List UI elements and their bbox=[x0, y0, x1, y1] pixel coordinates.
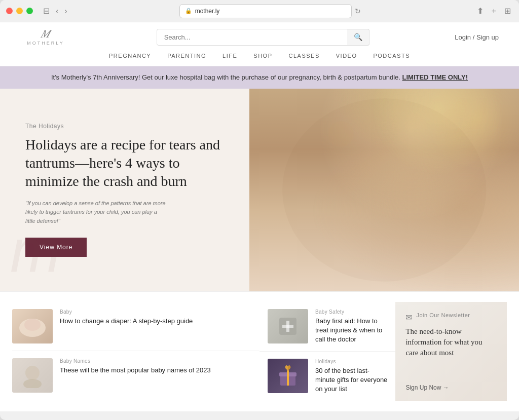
article-thumb-first-aid bbox=[268, 309, 308, 343]
svg-point-2 bbox=[442, 108, 463, 129]
tab-overview-button[interactable]: ⊞ bbox=[502, 5, 513, 17]
article-title-baby-names: These will be the most popular baby name… bbox=[60, 366, 211, 375]
address-bar-area: 🔒 mother.ly ↻ bbox=[73, 4, 467, 18]
nav-item-pregnancy[interactable]: PREGNANCY bbox=[109, 53, 151, 59]
promo-text: It's Motherly's 7th Anniversary! Get our… bbox=[51, 73, 400, 81]
search-button[interactable]: 🔍 bbox=[347, 29, 369, 46]
hero-photo-placeholder bbox=[249, 89, 519, 291]
article-item-diaper[interactable]: Baby How to change a diaper: A step-by-s… bbox=[12, 302, 260, 351]
svg-point-6 bbox=[25, 366, 40, 380]
hero-image bbox=[249, 89, 519, 291]
main-nav: PREGNANCY PARENTING LIFE SHOP CLASSES VI… bbox=[20, 51, 499, 60]
logo-text: MOTHERLY bbox=[27, 41, 64, 46]
newsletter-title: The need-to-know information for what yo… bbox=[405, 326, 497, 358]
lock-icon: 🔒 bbox=[185, 8, 192, 14]
article-thumb-gifts bbox=[268, 359, 308, 393]
nav-item-life[interactable]: LIFE bbox=[223, 53, 237, 59]
hero-category: The Holidays bbox=[25, 123, 224, 130]
hero-section: m The Holidays Holidays are a recipe for… bbox=[0, 89, 519, 291]
logo-symbol: 𝑀 bbox=[41, 28, 51, 40]
promo-banner[interactable]: It's Motherly's 7th Anniversary! Get our… bbox=[0, 66, 519, 89]
article-info-first-aid: Baby Safety Baby first aid: How to treat… bbox=[315, 309, 387, 345]
share-button[interactable]: ⬆ bbox=[475, 5, 486, 17]
article-title-diaper: How to change a diaper: A step-by-step g… bbox=[60, 317, 193, 326]
search-input[interactable] bbox=[157, 29, 369, 46]
nav-item-podcasts[interactable]: PODCASTS bbox=[373, 53, 410, 59]
article-item-baby-names[interactable]: Baby Names These will be the most popula… bbox=[12, 351, 260, 400]
site-logo[interactable]: 𝑀 MOTHERLY bbox=[20, 28, 71, 46]
browser-controls: ⊟ ‹ › bbox=[41, 5, 69, 17]
svg-point-3 bbox=[328, 121, 353, 146]
maximize-button[interactable] bbox=[26, 8, 33, 14]
article-item-first-aid[interactable]: Baby Safety Baby first aid: How to treat… bbox=[260, 302, 395, 352]
login-button[interactable]: Login / Sign up bbox=[455, 33, 499, 41]
nav-item-video[interactable]: VIDEO bbox=[336, 53, 357, 59]
article-category-diaper: Baby bbox=[60, 309, 193, 315]
nav-item-shop[interactable]: SHOP bbox=[253, 53, 272, 59]
newsletter-icon: ✉ bbox=[405, 313, 412, 322]
svg-point-7 bbox=[23, 379, 42, 388]
article-info-diaper: Baby How to change a diaper: A step-by-s… bbox=[60, 309, 193, 343]
search-area: 🔍 bbox=[157, 29, 369, 46]
svg-rect-13 bbox=[287, 370, 289, 386]
traffic-lights bbox=[6, 8, 33, 14]
newsletter-top: ✉ Join Our Newsletter bbox=[405, 312, 497, 322]
address-bar[interactable]: 🔒 mother.ly bbox=[179, 4, 352, 18]
new-tab-button[interactable]: + bbox=[490, 6, 498, 17]
close-button[interactable] bbox=[6, 8, 13, 14]
hero-quote: "If you can develop a sense of the patte… bbox=[25, 199, 167, 226]
article-title-first-aid: Baby first aid: How to treat injuries & … bbox=[315, 317, 387, 345]
svg-point-5 bbox=[24, 319, 41, 331]
back-button[interactable]: ‹ bbox=[54, 5, 60, 17]
search-icon: 🔍 bbox=[354, 33, 362, 41]
site-header: 𝑀 MOTHERLY 🔍 Login / Sign up PREGNANCY P… bbox=[0, 22, 519, 66]
article-thumb-baby-names bbox=[12, 358, 53, 393]
view-more-button[interactable]: View More bbox=[25, 238, 87, 257]
article-category-first-aid: Baby Safety bbox=[315, 309, 387, 315]
nav-item-classes[interactable]: CLASSES bbox=[288, 53, 319, 59]
hero-content: m The Holidays Holidays are a recipe for… bbox=[0, 89, 249, 291]
articles-left-column: Baby How to change a diaper: A step-by-s… bbox=[12, 302, 260, 401]
minimize-button[interactable] bbox=[16, 8, 23, 14]
newsletter-signup-link[interactable]: Sign Up Now → bbox=[405, 384, 497, 391]
article-category-baby-names: Baby Names bbox=[60, 358, 211, 364]
browser-titlebar: ⊟ ‹ › 🔒 mother.ly ↻ ⬆ + ⊞ bbox=[0, 0, 519, 22]
nav-item-parenting[interactable]: PARENTING bbox=[167, 53, 206, 59]
sidebar-toggle-button[interactable]: ⊟ bbox=[41, 5, 52, 17]
browser-action-buttons: ⬆ + ⊞ bbox=[475, 5, 513, 17]
article-info-baby-names: Baby Names These will be the most popula… bbox=[60, 358, 211, 393]
webpage-content: 𝑀 MOTHERLY 🔍 Login / Sign up PREGNANCY P… bbox=[0, 22, 519, 411]
newsletter-heading: Join Our Newsletter bbox=[416, 312, 470, 318]
url-display: mother.ly bbox=[195, 8, 220, 15]
articles-mid-column: Baby Safety Baby first aid: How to treat… bbox=[260, 302, 395, 401]
article-category-gifts: Holidays bbox=[315, 359, 387, 364]
article-title-gifts: 30 of the best last-minute gifts for eve… bbox=[315, 366, 387, 394]
article-info-gifts: Holidays 30 of the best last-minute gift… bbox=[315, 359, 387, 394]
forward-button[interactable]: › bbox=[62, 5, 69, 17]
svg-rect-10 bbox=[282, 325, 293, 328]
article-thumb-diaper bbox=[12, 309, 53, 343]
browser-window: ⊟ ‹ › 🔒 mother.ly ↻ ⬆ + ⊞ 𝑀 MOTHERLY bbox=[0, 0, 519, 420]
header-top: 𝑀 MOTHERLY 🔍 Login / Sign up bbox=[20, 28, 499, 46]
reload-button[interactable]: ↻ bbox=[355, 7, 361, 15]
newsletter-box: ✉ Join Our Newsletter The need-to-know i… bbox=[395, 302, 507, 401]
articles-section: Baby How to change a diaper: A step-by-s… bbox=[0, 291, 519, 411]
hero-title: Holidays are a recipe for tears and tant… bbox=[25, 136, 224, 191]
article-item-gifts[interactable]: Holidays 30 of the best last-minute gift… bbox=[260, 352, 395, 401]
svg-point-1 bbox=[397, 113, 427, 144]
promo-cta[interactable]: LIMITED TIME ONLY! bbox=[402, 73, 468, 81]
articles-right-column: Baby Safety Baby first aid: How to treat… bbox=[260, 302, 507, 401]
